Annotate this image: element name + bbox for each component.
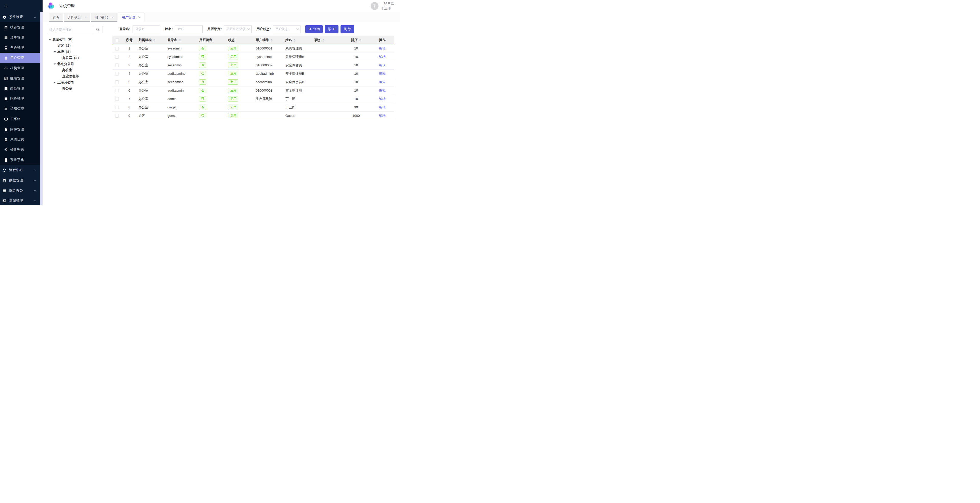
sidebar-item-attachment[interactable]: 附件管理 (0, 124, 40, 134)
close-icon[interactable]: ✕ (138, 16, 140, 19)
tree-node[interactable]: 上海分公司 (47, 79, 102, 85)
delete-button[interactable]: 删 除 (340, 25, 354, 33)
status-badge: 启用 (228, 113, 238, 118)
tree-node[interactable]: 办公室 (47, 85, 102, 91)
sidebar-scrollbar[interactable] (40, 12, 43, 205)
column-header[interactable]: 登录名 (166, 36, 197, 44)
user-box[interactable]: 丁 一级单位 丁三郎 (371, 1, 394, 11)
duty-cell (313, 78, 342, 86)
tree-node[interactable]: 北京分公司 (47, 61, 102, 67)
row-checkbox[interactable] (115, 97, 119, 101)
edit-link[interactable]: 编辑 (379, 63, 386, 67)
column-header[interactable]: 姓名 (284, 36, 313, 44)
tab-inbound[interactable]: 入库信息✕ (64, 14, 90, 22)
sidebar-item-menu[interactable]: 菜单管理 (0, 32, 40, 43)
edit-link[interactable]: 编辑 (379, 105, 386, 109)
tree-node[interactable]: 办公室 (47, 67, 102, 73)
sort-icon[interactable] (323, 39, 325, 42)
cell-value: 8 (129, 105, 130, 109)
sidebar-collapse-button[interactable] (3, 3, 9, 9)
duty-cell (313, 61, 342, 69)
tree-node-label: 企业管理部 (62, 74, 79, 78)
edit-link[interactable]: 编辑 (379, 46, 386, 50)
row-checkbox[interactable] (115, 47, 119, 51)
sort-icon[interactable] (294, 39, 296, 42)
column-header[interactable]: 职务 (313, 36, 342, 44)
table-row: 4办公室auditadminb否启用auditadminb安全审计员B10编辑 (112, 69, 394, 78)
sidebar-item-user[interactable]: 用户管理 (0, 53, 40, 63)
sidebar-item-role[interactable]: 角色管理 (0, 43, 40, 53)
tab-label: 首页 (53, 15, 59, 20)
sidebar-group-label: 数据管理 (9, 178, 23, 183)
close-icon[interactable]: ✕ (111, 16, 113, 19)
sidebar-item-syslog[interactable]: 系统日志 (0, 134, 40, 145)
sidebar-topbar (0, 0, 43, 12)
sidebar-item-password[interactable]: ®修改密码 (0, 145, 40, 155)
tab-label: 入库信息 (68, 15, 81, 20)
search-button[interactable]: 查询 (305, 25, 323, 33)
row-checkbox[interactable] (115, 80, 119, 84)
tree-caret-icon[interactable] (54, 51, 57, 53)
sidebar-item-cache[interactable]: 缓存管理 (0, 22, 40, 32)
tab-users[interactable]: 用户管理✕ (118, 13, 144, 22)
row-checkbox[interactable] (115, 72, 119, 75)
sidebar-item-duty[interactable]: 职务管理 (0, 94, 40, 104)
row-checkbox[interactable] (115, 64, 119, 67)
edit-link[interactable]: 编辑 (379, 97, 386, 101)
sidebar-group-news[interactable]: 新闻管理 (0, 196, 40, 205)
sidebar-item-subsystem[interactable]: 子系统 (0, 114, 40, 124)
tree-node[interactable]: 办公室（8） (47, 55, 102, 61)
sidebar-item-dict[interactable]: 系统字典 (0, 155, 40, 165)
chevron-down-icon (34, 168, 37, 171)
tree-node[interactable]: 集团公司（9） (47, 37, 102, 43)
sort-icon[interactable] (270, 39, 273, 42)
tree-search-input[interactable] (47, 26, 93, 33)
status-select[interactable]: 用户状态 (273, 25, 301, 33)
column-header[interactable]: 用户编号 (255, 36, 284, 44)
tab-supplies[interactable]: 用品登记✕ (91, 14, 117, 22)
sidebar-group-label: 流程中心 (9, 168, 23, 172)
column-header: 序号 (122, 36, 137, 44)
sort-icon[interactable] (359, 39, 361, 42)
add-button[interactable]: 添 加 (325, 25, 339, 33)
login-input[interactable] (132, 25, 160, 33)
sort-icon[interactable] (153, 39, 155, 42)
name-input[interactable] (175, 25, 203, 33)
tree-node[interactable]: 本级（8） (47, 49, 102, 55)
sidebar-group-data[interactable]: 数据管理 (0, 175, 40, 185)
row-checkbox[interactable] (115, 55, 119, 59)
row-checkbox[interactable] (115, 89, 119, 92)
edit-link[interactable]: 编辑 (379, 55, 386, 59)
tree-node[interactable]: 企业管理部 (47, 73, 102, 79)
name-label: 姓名: (165, 27, 173, 31)
sidebar-item-region[interactable]: 区域管理 (0, 73, 40, 83)
userno-cell: sysadminb (255, 53, 284, 61)
select-all-checkbox[interactable] (115, 38, 119, 42)
sidebar-item-org[interactable]: 机构管理 (0, 63, 40, 73)
cell-value: 游客 (138, 114, 145, 118)
edit-link[interactable]: 编辑 (379, 72, 386, 75)
sidebar-item-post[interactable]: 岗位管理 (0, 83, 40, 94)
tree-search-button[interactable] (93, 26, 102, 33)
tree-caret-icon[interactable] (54, 82, 57, 83)
edit-link[interactable]: 编辑 (379, 88, 386, 92)
sidebar-item-team[interactable]: 组织管理 (0, 104, 40, 114)
tree-caret-icon[interactable] (49, 39, 52, 40)
sort-icon[interactable] (179, 39, 181, 42)
close-icon[interactable]: ✕ (84, 16, 86, 19)
tree-caret-icon[interactable] (54, 64, 57, 65)
filter-bar: 登录名: 姓名: 是否锁定: 是否允许登录 (107, 22, 399, 36)
sidebar-group-settings[interactable]: 系统设置 (0, 12, 40, 22)
locked-select[interactable]: 是否允许登录 (224, 25, 251, 33)
sidebar-group-office[interactable]: 综合办公 (0, 185, 40, 196)
column-header[interactable]: 排序 (342, 36, 371, 44)
edit-link[interactable]: 编辑 (379, 80, 386, 84)
column-header[interactable]: 归属机构 (137, 36, 166, 44)
row-checkbox[interactable] (115, 114, 119, 118)
status-cell: 启用 (227, 103, 254, 112)
edit-link[interactable]: 编辑 (379, 114, 386, 118)
tree-node[interactable]: 游客（1） (47, 43, 102, 49)
sidebar-group-flow[interactable]: 流程中心 (0, 165, 40, 175)
tab-home[interactable]: 首页 (49, 14, 63, 22)
row-checkbox[interactable] (115, 105, 119, 109)
